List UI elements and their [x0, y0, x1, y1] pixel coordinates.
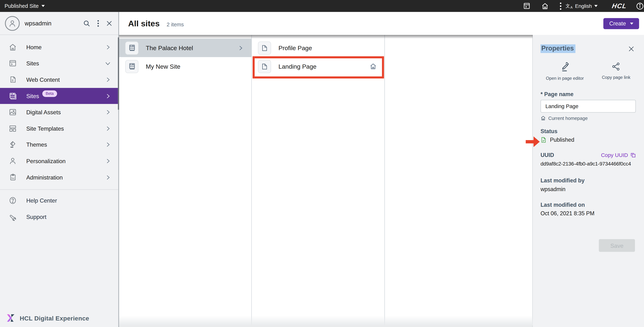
layout-icon	[8, 124, 17, 132]
action-label: Copy page link	[602, 75, 630, 80]
current-homepage-label: Current homepage	[548, 116, 588, 121]
app-viewport: Published Site 文A English HCL	[0, 0, 644, 327]
page-name: Profile Page	[278, 44, 379, 51]
content-columns: The Palace Hotel My New Site	[119, 35, 644, 327]
sidebar-item-personalization[interactable]: Personalization	[0, 153, 118, 169]
image-icon	[8, 108, 17, 116]
last-modified-on-label: Last modified on	[540, 202, 636, 208]
sidebar-item-label: Site Templates	[26, 125, 64, 132]
wrench-icon	[8, 213, 17, 221]
home-icon	[540, 115, 546, 121]
save-button[interactable]: Save	[599, 239, 635, 252]
clipboard-icon	[8, 173, 17, 181]
practitioner-studio-icon[interactable]	[523, 2, 530, 10]
sidebar-item-digital-assets[interactable]: Digital Assets	[0, 104, 118, 120]
chevron-right-icon	[238, 45, 244, 51]
sidebar-item-sites-beta[interactable]: Sites Beta	[0, 88, 118, 104]
sites-column: The Palace Hotel My New Site	[119, 35, 252, 325]
properties-title: Properties	[540, 44, 576, 53]
last-modified-on-value: Oct 06, 2021 8:35 PM	[540, 210, 636, 216]
hcl-brand-logo: HCL	[611, 2, 627, 10]
open-in-page-editor-button[interactable]: Open in page editor	[546, 62, 584, 80]
pages-column: Profile Page Landing Page	[252, 35, 385, 325]
properties-panel: Properties Open in page editor	[532, 35, 644, 327]
site-selector-dropdown[interactable]: Published Site	[0, 3, 45, 9]
username-label: wpsadmin	[25, 20, 83, 26]
product-logo-text: HCL Digital Experience	[20, 314, 89, 321]
kebab-menu-icon[interactable]	[97, 20, 99, 26]
sidebar-item-help-center[interactable]: Help Center	[0, 192, 118, 209]
sidebar-item-home[interactable]: Home	[0, 39, 118, 56]
sidebar-item-support[interactable]: Support	[0, 209, 118, 225]
hcl-dx-logo-mark	[6, 314, 16, 322]
sidebar-item-label: Themes	[26, 142, 47, 148]
language-label: English	[575, 3, 592, 9]
sidebar-scrollbar[interactable]	[118, 38, 119, 110]
sidebar-item-label: Sites	[26, 93, 39, 99]
items-count: 2 items	[166, 21, 184, 27]
search-icon[interactable]	[83, 20, 90, 27]
copy-page-link-button[interactable]: Copy page link	[602, 62, 630, 80]
sidebar: wpsadmin	[0, 12, 119, 327]
sidebar-nav: Home Sites	[0, 35, 118, 225]
share-icon	[612, 62, 621, 71]
divider	[0, 190, 118, 190]
help-icon	[8, 196, 17, 204]
chevron-right-icon	[105, 77, 111, 83]
close-sidebar-icon[interactable]	[106, 20, 112, 26]
sidebar-item-label: Administration	[26, 174, 63, 180]
create-button-label: Create	[609, 20, 626, 26]
uuid-label: UUID	[540, 152, 554, 158]
pencil-icon	[560, 62, 570, 72]
page-name: Landing Page	[278, 63, 370, 70]
chevron-down-icon	[42, 5, 45, 7]
sidebar-item-web-content[interactable]: Web Content	[0, 72, 118, 88]
page-name-input[interactable]	[540, 100, 636, 113]
empty-column	[385, 35, 532, 325]
site-row-palace-hotel[interactable]: The Palace Hotel	[119, 39, 251, 57]
theme-icon	[8, 140, 17, 149]
site-icon	[125, 41, 138, 54]
window-icon	[8, 60, 17, 68]
create-button[interactable]: Create	[604, 18, 639, 29]
translate-icon: 文A	[566, 4, 572, 8]
status-label: Status	[540, 128, 636, 134]
language-selector[interactable]: 文A English	[566, 3, 598, 9]
kebab-menu-icon[interactable]	[560, 2, 562, 10]
sidebar-item-administration[interactable]: Administration	[0, 169, 118, 186]
sidebar-item-label: Help Center	[26, 197, 57, 204]
main-header: All sites 2 items Create	[119, 12, 644, 35]
current-homepage-line: Current homepage	[540, 115, 636, 121]
homepage-icon	[370, 63, 376, 70]
avatar[interactable]	[5, 16, 20, 30]
site-name: The Palace Hotel	[146, 44, 238, 51]
sidebar-item-sites[interactable]: Sites	[0, 55, 118, 72]
site-row-my-new-site[interactable]: My New Site	[119, 57, 251, 76]
page-title: All sites	[128, 19, 160, 28]
page-row-profile-page[interactable]: Profile Page	[252, 39, 384, 57]
copy-icon	[630, 152, 636, 158]
document-icon	[8, 76, 17, 84]
page-row-landing-page[interactable]: Landing Page	[252, 57, 384, 76]
home-icon[interactable]	[542, 2, 549, 10]
sidebar-item-label: Digital Assets	[26, 109, 61, 116]
page-name-label: * Page name	[540, 91, 636, 97]
last-modified-by-value: wpsadmin	[540, 186, 636, 192]
sidebar-item-themes[interactable]: Themes	[0, 136, 118, 153]
chevron-right-icon	[105, 93, 111, 99]
action-label: Open in page editor	[546, 76, 584, 80]
copy-uuid-link[interactable]: Copy UUID	[601, 152, 636, 158]
chevron-down-icon	[105, 60, 111, 66]
site-icon	[125, 60, 138, 73]
chevron-right-icon	[105, 126, 111, 131]
chevron-right-icon	[105, 109, 111, 115]
chevron-right-icon	[105, 174, 111, 180]
topbar: Published Site 文A English HCL	[0, 0, 644, 12]
sidebar-item-site-templates[interactable]: Site Templates	[0, 120, 118, 137]
sidebar-item-label: Home	[26, 44, 42, 50]
info-icon[interactable]	[636, 2, 644, 10]
product-logo: HCL Digital Experience	[6, 314, 89, 322]
page-icon	[258, 41, 271, 54]
close-icon[interactable]	[628, 46, 634, 52]
last-modified-by-label: Last modified by	[540, 178, 636, 184]
